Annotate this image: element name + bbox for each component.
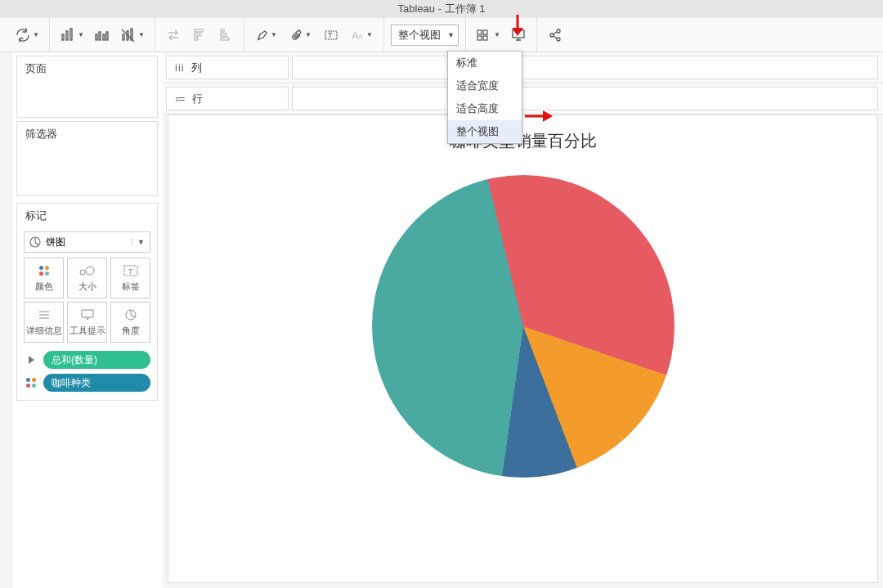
rows-shelf: ≔ 行 <box>163 83 883 114</box>
chevron-down-icon: ▼ <box>305 31 312 38</box>
columns-shelf: iii 列 <box>163 52 883 83</box>
window-titlebar: Tableau - 工作簿 1 <box>0 0 883 18</box>
pages-card: 页面 <box>16 56 158 118</box>
marks-tooltip-label: 工具提示 <box>69 325 105 337</box>
pill-row-color[interactable]: 咖啡种类 <box>24 374 150 392</box>
fit-option-1[interactable]: 适合宽度 <box>448 74 522 97</box>
label-icon: T <box>123 265 138 276</box>
columns-shelf-drop[interactable] <box>292 56 878 79</box>
marks-title: 标记 <box>17 204 157 228</box>
pie-icon <box>29 236 41 248</box>
pages-drop[interactable] <box>17 81 157 117</box>
fit-option-2[interactable]: 适合高度 <box>448 97 522 120</box>
angle-icon <box>124 308 137 321</box>
color-dots-icon <box>24 378 38 388</box>
sort-desc-button[interactable] <box>214 24 237 47</box>
new-sheet-button[interactable]: ▼ <box>56 24 87 47</box>
marks-color-cell[interactable]: 颜色 <box>24 258 64 298</box>
sort-asc-button[interactable] <box>188 24 211 47</box>
svg-rect-7 <box>123 34 124 40</box>
color-dots-icon <box>39 266 49 276</box>
columns-shelf-label: iii 列 <box>166 56 289 79</box>
show-me-button[interactable]: ▼ <box>473 24 504 47</box>
label-toggle-button[interactable]: T <box>320 24 343 47</box>
svg-rect-6 <box>106 32 108 40</box>
svg-rect-11 <box>195 38 198 40</box>
marks-detail-cell[interactable]: 详细信息 <box>24 302 64 343</box>
svg-rect-3 <box>96 34 97 40</box>
svg-rect-15 <box>221 34 226 36</box>
pill-coffee-category[interactable]: 咖啡种类 <box>43 374 150 392</box>
highlight-button[interactable]: ▼ <box>251 24 282 47</box>
marks-size-label: 大小 <box>78 281 96 293</box>
marks-label-cell[interactable]: T 标签 <box>110 258 150 298</box>
attachment-button[interactable]: ▼ <box>285 24 316 47</box>
svg-text:T: T <box>128 267 133 276</box>
marks-label-label: 标签 <box>122 281 140 293</box>
tooltip-icon <box>81 309 94 321</box>
marks-detail-label: 详细信息 <box>26 325 62 337</box>
svg-point-33 <box>86 267 94 275</box>
svg-text:A: A <box>358 33 363 41</box>
svg-rect-0 <box>62 34 64 40</box>
fit-dropdown: 标准适合宽度适合高度整个视图 <box>447 51 522 144</box>
duplicate-sheet-button[interactable] <box>91 24 114 47</box>
svg-rect-4 <box>99 32 101 40</box>
pie-chart[interactable] <box>372 175 675 478</box>
fit-select-label: 整个视图 <box>398 28 441 43</box>
filters-title: 筛选器 <box>17 122 157 146</box>
mark-type-caret[interactable]: ▼ <box>132 238 150 246</box>
viz-title[interactable]: 咖啡类型销量百分比 <box>168 130 877 152</box>
svg-point-26 <box>550 34 554 37</box>
toolbar: ▼ ▼ ▼ ▼ ▼ <box>0 18 883 52</box>
detail-icon <box>38 309 51 321</box>
left-gutter <box>0 52 11 588</box>
clear-sheet-button[interactable]: ▼ <box>117 24 148 47</box>
svg-rect-22 <box>483 30 487 34</box>
marks-tooltip-cell[interactable]: 工具提示 <box>67 302 107 343</box>
svg-rect-14 <box>221 29 224 32</box>
svg-line-30 <box>554 36 557 38</box>
viz-area: 咖啡类型销量百分比 <box>168 114 878 583</box>
chevron-down-icon: ▼ <box>33 31 39 38</box>
chevron-down-icon: ▼ <box>366 31 373 38</box>
svg-rect-2 <box>70 29 72 40</box>
chevron-down-icon: ▼ <box>78 31 84 38</box>
presentation-mode-button[interactable] <box>507 24 530 47</box>
chevron-down-icon: ▼ <box>447 31 455 39</box>
fit-option-0[interactable]: 标准 <box>448 52 522 74</box>
rows-shelf-drop[interactable] <box>292 87 878 110</box>
svg-rect-21 <box>477 30 482 34</box>
svg-rect-23 <box>477 36 482 40</box>
side-column: 页面 筛选器 标记 饼图 ▼ 颜色 <box>11 52 163 588</box>
svg-rect-16 <box>221 38 229 40</box>
chevron-down-icon: ▼ <box>271 31 277 38</box>
refresh-button[interactable]: ▼ <box>11 24 43 47</box>
columns-icon: iii <box>175 61 185 74</box>
font-button[interactable]: AA ▼ <box>346 24 377 47</box>
svg-rect-39 <box>82 310 93 317</box>
chevron-down-icon: ▼ <box>494 31 500 38</box>
size-icon <box>78 265 96 276</box>
fit-option-3[interactable]: 整个视图 <box>448 120 522 143</box>
svg-rect-13 <box>195 29 203 32</box>
svg-rect-12 <box>195 34 200 36</box>
svg-text:T: T <box>328 31 333 39</box>
filters-drop[interactable] <box>17 146 157 195</box>
pill-sum-quantity[interactable]: 总和(数量) <box>43 351 150 369</box>
mark-type-select[interactable]: 饼图 ▼ <box>24 231 150 253</box>
swap-axes-button[interactable] <box>162 24 185 47</box>
marks-card: 标记 饼图 ▼ 颜色 大小 T 标签 <box>16 203 158 401</box>
marks-angle-label: 角度 <box>122 325 140 337</box>
rows-shelf-label: ≔ 行 <box>166 87 289 110</box>
mark-type-label: 饼图 <box>46 236 65 249</box>
share-button[interactable] <box>544 24 567 47</box>
svg-rect-25 <box>513 30 524 38</box>
pill-row-angle[interactable]: 总和(数量) <box>24 351 150 369</box>
fit-select[interactable]: 整个视图 ▼ <box>391 25 459 46</box>
marks-size-cell[interactable]: 大小 <box>67 258 107 298</box>
window-title: Tableau - 工作簿 1 <box>398 2 486 15</box>
marks-angle-cell[interactable]: 角度 <box>110 302 150 343</box>
svg-line-29 <box>554 32 557 34</box>
rows-icon: ≔ <box>175 92 186 105</box>
